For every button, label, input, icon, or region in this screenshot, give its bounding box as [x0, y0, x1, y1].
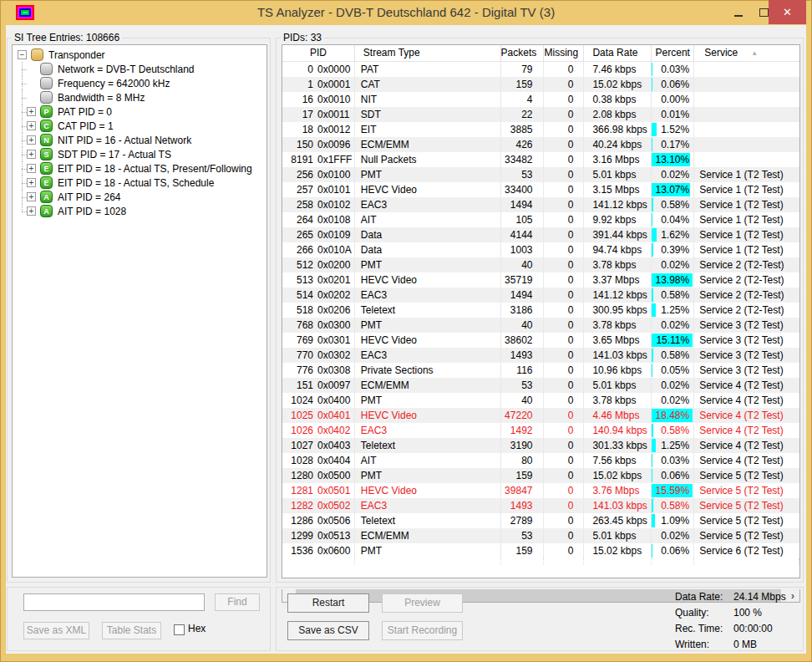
tree-item[interactable]: + C CAT PID = 1	[13, 119, 266, 133]
column-header-streamtype[interactable]: Stream Type	[355, 45, 501, 61]
table-stats-button[interactable]: Table Stats	[102, 622, 161, 639]
table-row[interactable]: 7700x0302 EAC3 1493 0 141.03 kbps 0.58% …	[282, 348, 799, 363]
cell-stream-type: PMT	[355, 543, 501, 558]
tree-item[interactable]: − Transponder	[13, 48, 266, 62]
cell-missing: 0	[544, 333, 584, 348]
tree-item[interactable]: + E EIT PID = 18 - Actual TS, Present/Fo…	[13, 161, 266, 176]
table-row[interactable]: 10240x0400 PMT 40 0 3.78 kbps 0.02% Serv…	[282, 393, 799, 408]
table-row[interactable]: 12990x0513 ECM/EMM 53 0 5.01 kbps 0.02% …	[282, 528, 799, 543]
table-row[interactable]: 12820x0502 EAC3 1493 0 141.03 kbps 0.58%…	[282, 498, 799, 513]
cell-data-rate: 7.56 kbps	[584, 453, 652, 468]
column-header-service[interactable]: Service▲	[694, 45, 799, 61]
table-row[interactable]: 7680x0300 PMT 40 0 3.78 kbps 0.02% Servi…	[282, 318, 799, 333]
tree-expander-icon[interactable]: +	[27, 192, 36, 201]
tree-item[interactable]: + P PAT PID = 0	[13, 104, 266, 119]
table-row[interactable]: 2570x0101 HEVC Video 33400 0 3.15 Mbps 1…	[282, 182, 799, 197]
minimize-button[interactable]	[727, 0, 750, 24]
title-bar[interactable]: TS Analyzer - DVB-T Deutschland 642 - Di…	[0, 0, 812, 25]
cell-pid: 5140x0202	[282, 288, 355, 303]
table-row[interactable]: 5120x0200 PMT 40 0 3.78 kbps 0.02% Servi…	[282, 257, 799, 272]
cell-packets: 1494	[501, 197, 545, 212]
close-button[interactable]: ✕	[769, 0, 806, 24]
table-row[interactable]: 160x0010 NIT 4 0 0.38 kbps 0.00%	[282, 92, 799, 107]
tree-item[interactable]: + E EIT PID = 18 - Actual TS, Schedule	[13, 176, 266, 190]
cell-pid: 180x0012	[282, 122, 355, 137]
cell-percent: 18.48%	[652, 408, 694, 423]
table-row[interactable]: 2640x0108 AIT 105 0 9.92 kbps 0.04% Serv…	[282, 212, 799, 227]
save-as-xml-button[interactable]: Save as XML	[23, 622, 89, 639]
table-row[interactable]: 2560x0100 PMT 53 0 5.01 kbps 0.02% Servi…	[282, 167, 799, 182]
find-button[interactable]: Find	[215, 593, 260, 611]
column-header-percent[interactable]: Percent	[652, 45, 694, 61]
column-header-pid[interactable]: PID	[282, 45, 355, 61]
tree-expander-icon[interactable]: +	[27, 150, 36, 159]
table-row[interactable]: 5180x0206 Teletext 3186 0 300.95 kbps 1.…	[282, 303, 799, 318]
tree-item[interactable]: + A AIT PID = 1028	[13, 204, 266, 218]
table-row[interactable]: 7690x0301 HEVC Video 38602 0 3.65 Mbps 1…	[282, 333, 799, 348]
table-row[interactable]: 12860x0506 Teletext 2789 0 263.45 kbps 1…	[282, 513, 799, 528]
pid-table[interactable]: PID Stream Type Packets Missing Data Rat…	[282, 44, 800, 578]
table-row[interactable]: 180x0012 EIT 3885 0 366.98 kbps 1.52%	[282, 122, 799, 137]
tree-item[interactable]: + N NIT PID = 16 - Actual Network	[13, 133, 266, 147]
cell-packets: 40	[501, 257, 545, 272]
column-header-packets[interactable]: Packets	[501, 45, 545, 61]
tree-expander-icon[interactable]: +	[27, 206, 36, 216]
table-row[interactable]: 2580x0102 EAC3 1494 0 141.12 kbps 0.58% …	[282, 197, 799, 212]
tree-expander-icon[interactable]: +	[27, 135, 36, 145]
preview-button[interactable]: Preview	[382, 593, 463, 613]
app-window: TS Analyzer - DVB-T Deutschland 642 - Di…	[0, 0, 812, 662]
table-row[interactable]: 5130x0201 HEVC Video 35719 0 3.37 Mbps 1…	[282, 272, 799, 288]
tree-item-label: PAT PID = 0	[58, 106, 112, 118]
table-row[interactable]: 2660x010A Data 1003 0 94.74 kbps 0.39% S…	[282, 242, 799, 257]
table-row[interactable]: 10270x0403 Teletext 3190 0 301.33 kbps 1…	[282, 438, 799, 453]
cell-missing: 0	[544, 363, 584, 378]
table-row[interactable]: 1500x0096 ECM/EMM 426 0 40.24 kbps 0.17%	[282, 137, 799, 152]
table-row[interactable]: 00x0000 PAT 79 0 7.46 kbps 0.03%	[282, 62, 799, 77]
restart-button[interactable]: Restart	[287, 593, 369, 613]
cell-service: Service 2 (T2-Test)	[694, 257, 799, 272]
table-row[interactable]: 2650x0109 Data 4144 0 391.44 kbps 1.62% …	[282, 227, 799, 242]
tree-item[interactable]: + A AIT PID = 264	[13, 190, 266, 204]
cell-packets: 53	[501, 528, 545, 543]
tree-expander-icon[interactable]: +	[27, 178, 36, 187]
table-row[interactable]: 10250x0401 HEVC Video 47220 0 4.46 Mbps …	[282, 408, 799, 423]
si-tree[interactable]: − Transponder Network = DVB-T Deutschlan…	[12, 44, 267, 578]
table-row[interactable]: 7760x0308 Private Sections 116 0 10.96 k…	[282, 363, 799, 378]
table-row[interactable]: 5140x0202 EAC3 1494 0 141.12 kbps 0.58% …	[282, 288, 799, 303]
tree-expander-icon[interactable]: +	[27, 121, 36, 130]
table-row[interactable]: 12800x0500 PMT 159 0 15.02 kbps 0.06% Se…	[282, 468, 799, 483]
tree-expander-icon[interactable]: +	[27, 107, 36, 116]
tree-expander-icon[interactable]: +	[27, 164, 36, 173]
tree-expander-icon[interactable]: −	[18, 50, 27, 59]
table-row[interactable]: 170x0011 SDT 22 0 2.08 kbps 0.01%	[282, 107, 799, 122]
tree-item-icon	[40, 91, 53, 104]
sort-asc-icon: ▲	[751, 49, 758, 57]
start-recording-button[interactable]: Start Recording	[382, 621, 463, 640]
table-row[interactable]: 10260x0402 EAC3 1492 0 140.94 kbps 0.58%…	[282, 423, 799, 438]
cell-percent: 0.02%	[652, 378, 694, 393]
table-row[interactable]: 10280x0404 AIT 80 0 7.56 kbps 0.03% Serv…	[282, 453, 799, 468]
hex-checkbox[interactable]	[174, 624, 185, 635]
tree-item[interactable]: Bandwidth = 8 MHz	[13, 90, 266, 104]
cell-data-rate: 15.02 kbps	[584, 468, 652, 483]
cell-data-rate: 3.76 Mbps	[584, 483, 652, 498]
save-as-csv-button[interactable]: Save as CSV	[287, 621, 369, 640]
tree-item-icon	[31, 48, 43, 61]
tree-item[interactable]: Frequency = 642000 kHz	[13, 76, 266, 90]
stat-label: Data Rate:	[675, 589, 733, 605]
table-row[interactable]: 12810x0501 HEVC Video 39847 0 3.76 Mbps …	[282, 483, 799, 498]
table-row[interactable]: 81910x1FFF Null Packets 33482 0 3.16 Mbp…	[282, 152, 799, 167]
cell-pid: 10260x0402	[282, 423, 355, 438]
column-header-missing[interactable]: Missing	[544, 45, 584, 61]
table-row[interactable]: 10x0001 CAT 159 0 15.02 kbps 0.06%	[282, 77, 799, 92]
cell-pid: 7700x0302	[282, 348, 355, 363]
cell-packets: 3186	[501, 303, 545, 318]
table-row[interactable]: 1510x0097 ECM/EMM 53 0 5.01 kbps 0.02% S…	[282, 378, 799, 393]
tree-item[interactable]: Network = DVB-T Deutschland	[13, 62, 266, 76]
column-header-datarate[interactable]: Data Rate	[584, 45, 652, 61]
tree-item-label: Bandwidth = 8 MHz	[58, 92, 145, 104]
find-input[interactable]	[23, 593, 205, 611]
table-row[interactable]: 15360x0600 PMT 159 0 15.02 kbps 0.06% Se…	[282, 543, 799, 558]
tree-item[interactable]: + S SDT PID = 17 - Actual TS	[13, 147, 266, 161]
cell-service: Service 1 (T2 Test)	[694, 167, 799, 182]
